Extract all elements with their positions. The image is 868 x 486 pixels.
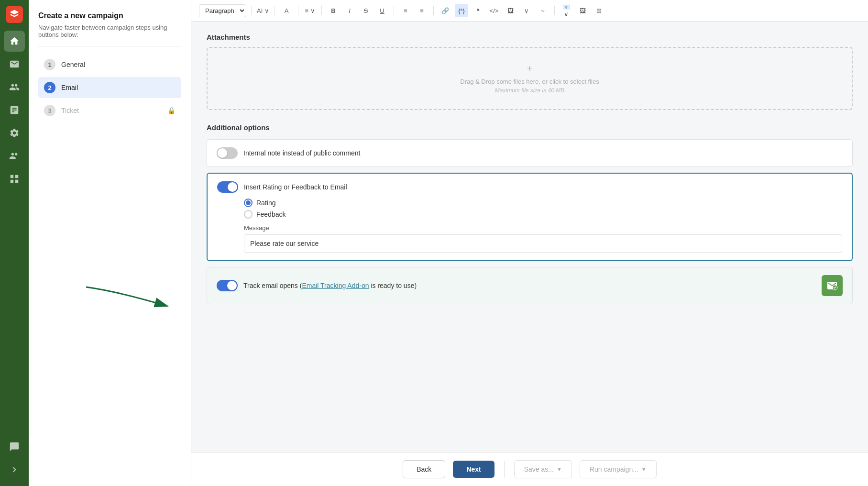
toolbar-sep-5 bbox=[394, 6, 394, 15]
content-area: Attachments + Drag & Drop some files her… bbox=[191, 22, 868, 452]
lock-icon: 🔒 bbox=[167, 107, 176, 114]
toggle-knob bbox=[218, 148, 227, 158]
nav-contacts[interactable] bbox=[4, 77, 25, 98]
toolbar-code-btn[interactable]: </> bbox=[487, 4, 501, 17]
step-3-number: 3 bbox=[44, 105, 55, 116]
plus-icon: + bbox=[223, 63, 836, 74]
toolbar-align-btn[interactable]: ≡ ∨ bbox=[303, 4, 317, 17]
toolbar-email-btn[interactable]: 📧 ∨ bbox=[560, 4, 573, 17]
nav-inbox[interactable] bbox=[4, 54, 25, 75]
nav-expand[interactable] bbox=[4, 459, 25, 480]
rating-radio[interactable] bbox=[244, 199, 253, 207]
track-email-label: Track email opens (Email Tracking Add-on… bbox=[243, 282, 417, 289]
track-toggle-knob bbox=[227, 281, 237, 290]
feedback-label: Feedback bbox=[256, 210, 286, 218]
feedback-radio[interactable] bbox=[244, 210, 253, 219]
toolbar-ai-btn[interactable]: AI ∨ bbox=[256, 4, 270, 17]
step-1-number: 1 bbox=[44, 59, 55, 70]
rating-radio-row: Rating bbox=[244, 199, 842, 207]
toolbar-ordered-btn[interactable]: ≡ bbox=[415, 4, 429, 17]
size-text: Maximum file size is 40 MB bbox=[223, 87, 836, 94]
rating-feedback-card: Insert Rating or Feedback to Email Ratin… bbox=[207, 173, 853, 261]
attachments-title: Attachments bbox=[207, 33, 853, 41]
toolbar-underline-btn[interactable]: U bbox=[375, 4, 389, 17]
sidebar-title: Create a new campaign bbox=[38, 11, 181, 20]
editor-toolbar: Paragraph AI ∨ A ≡ ∨ B I S U ≡ ≡ 🔗 {*} ❝… bbox=[191, 0, 868, 22]
save-chevron: ▼ bbox=[557, 466, 562, 472]
track-label-text: Track email opens bbox=[243, 282, 298, 289]
message-label: Message bbox=[244, 224, 842, 232]
step-email[interactable]: 2 Email bbox=[38, 77, 181, 98]
toolbar-sep-4 bbox=[321, 6, 322, 15]
step-2-number: 2 bbox=[44, 82, 55, 93]
nav-reports[interactable] bbox=[4, 99, 25, 121]
rating-toggle[interactable] bbox=[217, 181, 238, 193]
sidebar-subtitle: Navigate faster between campaign steps u… bbox=[38, 24, 181, 38]
nav-team[interactable] bbox=[4, 145, 25, 166]
email-check-icon bbox=[826, 280, 838, 291]
nav-settings[interactable] bbox=[4, 122, 25, 144]
bottom-bar: Back Next Save as... ▼ Run campaign... ▼ bbox=[191, 452, 868, 486]
feedback-radio-row: Feedback bbox=[244, 210, 842, 219]
run-chevron: ▼ bbox=[641, 466, 647, 472]
internal-note-toggle[interactable] bbox=[217, 147, 238, 159]
main-navigation bbox=[0, 0, 29, 486]
toolbar-bold-btn[interactable]: B bbox=[327, 4, 340, 17]
toolbar-sep-1 bbox=[251, 6, 252, 15]
toolbar-sep-2 bbox=[275, 6, 275, 15]
next-button[interactable]: Next bbox=[453, 461, 494, 478]
step-ticket: 3 Ticket 🔒 bbox=[38, 100, 181, 121]
toolbar-bullet-btn[interactable]: ≡ bbox=[399, 4, 412, 17]
toolbar-variable-btn[interactable]: {*} bbox=[455, 4, 468, 17]
email-tracking-link[interactable]: Email Tracking Add-on bbox=[302, 282, 369, 289]
rating-feedback-label: Insert Rating or Feedback to Email bbox=[244, 183, 347, 191]
additional-options-title: Additional options bbox=[207, 123, 853, 132]
attachments-dropzone[interactable]: + Drag & Drop some files here, or click … bbox=[207, 47, 853, 110]
track-email-card: Track email opens (Email Tracking Add-on… bbox=[207, 267, 853, 304]
internal-note-toggle-row: Internal note instead of public comment bbox=[217, 147, 843, 159]
rating-options: Rating Feedback bbox=[244, 199, 842, 219]
nav-grid[interactable] bbox=[4, 168, 25, 189]
toolbar-strike-btn[interactable]: S bbox=[359, 4, 373, 17]
toolbar-image2-btn[interactable]: 🖼 bbox=[576, 4, 589, 17]
track-email-toggle[interactable] bbox=[217, 280, 238, 291]
nav-home[interactable] bbox=[4, 31, 25, 52]
run-label: Run campaign... bbox=[590, 465, 638, 473]
toolbar-italic-btn[interactable]: I bbox=[343, 4, 356, 17]
paragraph-select[interactable]: Paragraph bbox=[199, 4, 246, 17]
nav-chat[interactable] bbox=[4, 436, 25, 457]
toolbar-text-color-btn[interactable]: A bbox=[280, 4, 293, 17]
rating-label: Rating bbox=[256, 199, 275, 207]
button-separator bbox=[504, 461, 505, 478]
additional-options-section: Additional options Internal note instead… bbox=[207, 123, 853, 304]
main-content: Paragraph AI ∨ A ≡ ∨ B I S U ≡ ≡ 🔗 {*} ❝… bbox=[191, 0, 868, 486]
email-icon-badge bbox=[822, 275, 843, 296]
message-input[interactable] bbox=[244, 234, 842, 253]
toolbar-strikethrough2-btn[interactable]: ~ bbox=[536, 4, 549, 17]
save-label: Save as... bbox=[524, 465, 554, 473]
toolbar-dropdown-btn[interactable]: ∨ bbox=[520, 4, 533, 17]
step-2-label: Email bbox=[61, 84, 78, 91]
internal-note-label: Internal note instead of public comment bbox=[243, 149, 360, 157]
toolbar-image-btn[interactable]: 🖼 bbox=[504, 4, 517, 17]
toolbar-link-btn[interactable]: 🔗 bbox=[439, 4, 452, 17]
attachments-section: Attachments + Drag & Drop some files her… bbox=[207, 33, 853, 110]
step-3-label: Ticket bbox=[61, 107, 79, 114]
back-button[interactable]: Back bbox=[403, 460, 445, 478]
track-email-row: Track email opens (Email Tracking Add-on… bbox=[217, 275, 843, 296]
app-logo bbox=[6, 6, 23, 23]
toolbar-sep-6 bbox=[433, 6, 434, 15]
toolbar-quote-btn[interactable]: ❝ bbox=[471, 4, 484, 17]
toolbar-sep-7 bbox=[554, 6, 555, 15]
toolbar-sep-3 bbox=[298, 6, 298, 15]
campaign-sidebar: Create a new campaign Navigate faster be… bbox=[29, 0, 191, 486]
rating-toggle-row: Insert Rating or Feedback to Email bbox=[217, 181, 842, 193]
step-general[interactable]: 1 General bbox=[38, 54, 181, 75]
toolbar-table-btn[interactable]: ⊞ bbox=[592, 4, 605, 17]
track-addon-text: is ready to use) bbox=[369, 282, 417, 289]
message-section: Message bbox=[244, 224, 842, 253]
run-campaign-button: Run campaign... ▼ bbox=[580, 460, 657, 478]
step-1-label: General bbox=[61, 61, 85, 68]
save-button: Save as... ▼ bbox=[514, 460, 572, 478]
internal-note-card: Internal note instead of public comment bbox=[207, 139, 853, 167]
